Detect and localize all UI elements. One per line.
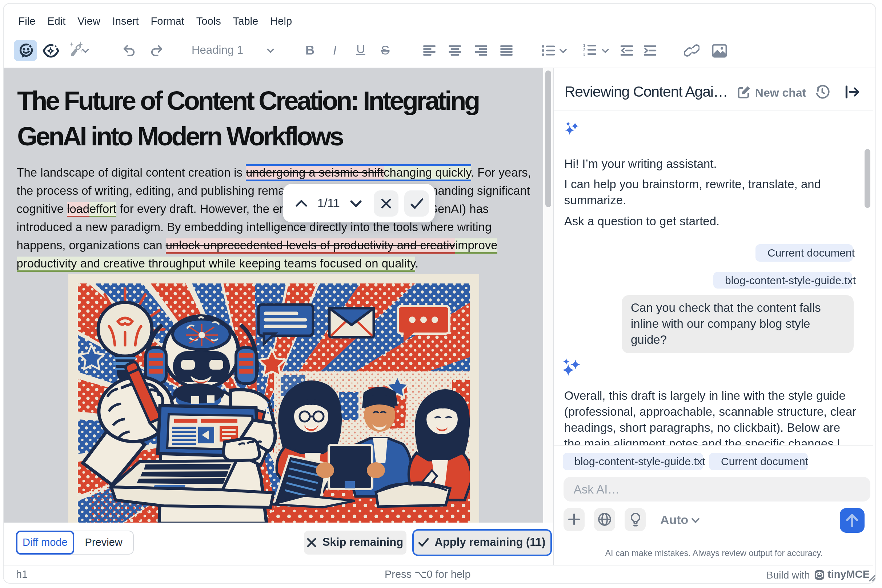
svg-text:3: 3 [583,52,585,56]
svg-text:2: 2 [583,48,585,52]
svg-text:1: 1 [583,44,585,48]
